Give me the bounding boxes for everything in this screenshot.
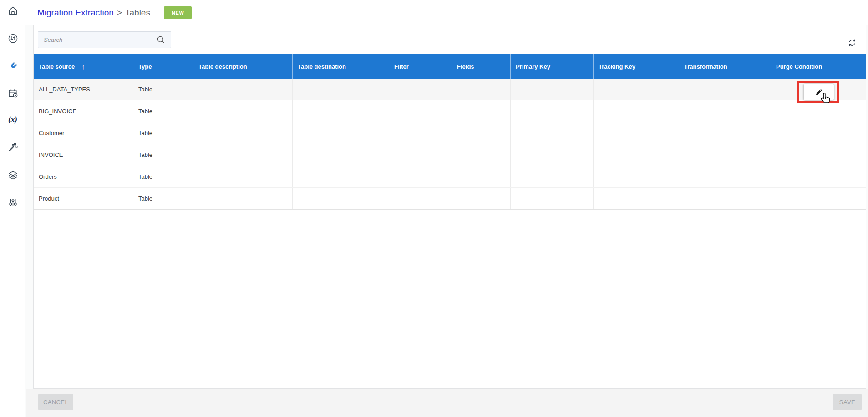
footer-bar: CANCEL SAVE xyxy=(26,389,868,417)
function-icon-glyph: (x) xyxy=(8,115,17,124)
column-header-table-source[interactable]: Table source ↑ xyxy=(34,54,133,79)
cell-purge-condition xyxy=(771,79,866,100)
table-row-product[interactable]: Product Table xyxy=(34,188,866,210)
cell-type: Table xyxy=(133,166,193,187)
column-header-type[interactable]: Type xyxy=(133,54,193,79)
table-row-big-invoice[interactable]: BIG_INVOICE Table xyxy=(34,100,866,122)
column-header-tracking-key[interactable]: Tracking Key xyxy=(594,54,679,79)
breadcrumb: Migration Extraction > Tables xyxy=(37,8,150,18)
cell-filter xyxy=(389,79,452,100)
sliders-icon[interactable] xyxy=(7,196,19,208)
breadcrumb-separator: > xyxy=(117,8,122,18)
cell-table-source: INVOICE xyxy=(34,144,133,166)
cell-tracking-key xyxy=(594,79,679,100)
column-header-table-description[interactable]: Table description xyxy=(193,54,293,79)
save-button[interactable]: SAVE xyxy=(833,394,862,410)
cell-transformation xyxy=(679,79,771,100)
cancel-button[interactable]: CANCEL xyxy=(38,394,73,410)
sync-arrows-icon[interactable] xyxy=(7,32,19,44)
column-header-table-destination[interactable]: Table destination xyxy=(293,54,389,79)
sidebar: (x) xyxy=(0,0,25,417)
cell-type: Table xyxy=(133,122,193,144)
top-bar: Migration Extraction > Tables NEW xyxy=(25,0,868,25)
cell-table-description xyxy=(193,79,293,100)
cell-type: Table xyxy=(133,100,193,122)
function-icon[interactable]: (x) xyxy=(7,114,19,126)
layers-icon[interactable] xyxy=(7,169,19,181)
cell-table-destination xyxy=(293,79,389,100)
cell-type: Table xyxy=(133,79,193,100)
sort-ascending-icon[interactable]: ↑ xyxy=(81,63,85,70)
cell-type: Table xyxy=(133,188,193,209)
tables-grid: Table source ↑ Type Table description Ta… xyxy=(34,54,866,210)
table-row-invoice[interactable]: INVOICE Table xyxy=(34,144,866,166)
cell-table-source: Orders xyxy=(34,166,133,187)
table-header-row: Table source ↑ Type Table description Ta… xyxy=(34,54,866,79)
column-header-fields[interactable]: Fields xyxy=(452,54,511,79)
cell-table-source: Customer xyxy=(34,122,133,144)
table-row-customer[interactable]: Customer Table xyxy=(34,122,866,144)
cell-table-source: BIG_INVOICE xyxy=(34,100,133,122)
pencil-icon xyxy=(815,88,823,96)
table-row-all-data-types[interactable]: ALL_DATA_TYPES Table xyxy=(34,79,866,100)
magic-wand-icon[interactable] xyxy=(7,141,19,153)
breadcrumb-link-migration-extraction[interactable]: Migration Extraction xyxy=(37,8,114,18)
cell-table-source: Product xyxy=(34,188,133,209)
home-icon[interactable] xyxy=(7,5,19,16)
search-icon[interactable] xyxy=(156,35,166,45)
column-header-transformation[interactable]: Transformation xyxy=(679,54,771,79)
cell-type: Table xyxy=(133,144,193,166)
table-row-orders[interactable]: Orders Table xyxy=(34,166,866,188)
magnet-icon[interactable] xyxy=(7,60,19,72)
refresh-icon[interactable] xyxy=(847,37,858,48)
edit-purge-condition-button[interactable] xyxy=(804,84,834,100)
content-card: Table source ↑ Type Table description Ta… xyxy=(33,25,866,389)
search-box xyxy=(38,31,171,48)
calendar-clock-icon[interactable] xyxy=(7,87,19,99)
main-area: Migration Extraction > Tables NEW xyxy=(25,0,868,417)
breadcrumb-current-tables: Tables xyxy=(125,8,150,18)
new-button[interactable]: NEW xyxy=(164,6,192,19)
column-header-primary-key[interactable]: Primary Key xyxy=(511,54,594,79)
cell-primary-key xyxy=(511,79,594,100)
column-header-purge-condition[interactable]: Purge Condition xyxy=(771,54,866,79)
column-header-filter[interactable]: Filter xyxy=(389,54,452,79)
cell-table-source: ALL_DATA_TYPES xyxy=(34,79,133,100)
cell-fields xyxy=(452,79,511,100)
search-input[interactable] xyxy=(44,36,156,43)
